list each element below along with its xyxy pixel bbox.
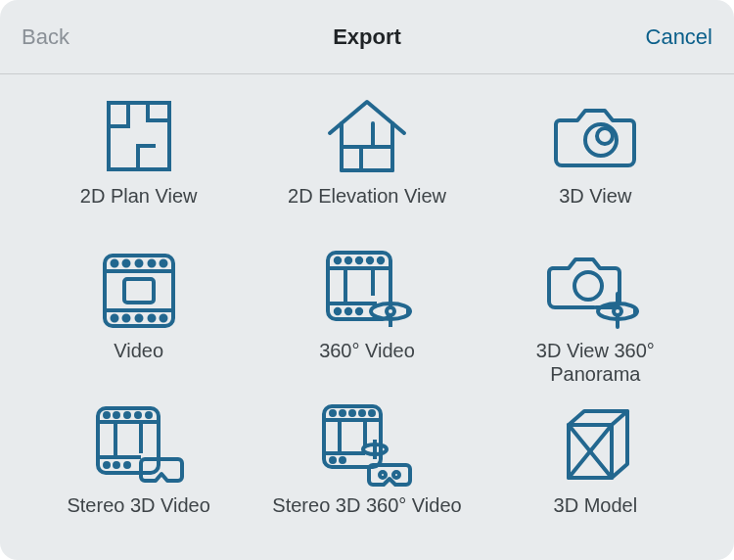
house-elevation-icon — [318, 92, 416, 180]
svg-point-37 — [336, 309, 340, 313]
svg-point-58 — [147, 413, 151, 417]
option-2d-elevation-view[interactable]: 2D Elevation View — [257, 86, 476, 239]
svg-line-81 — [612, 411, 627, 425]
svg-point-54 — [105, 413, 109, 417]
option-stereo-3d-360-video[interactable]: Stereo 3D 360° Video — [257, 396, 476, 548]
svg-point-71 — [370, 411, 374, 415]
cube-icon — [551, 401, 639, 490]
header: Back Export Cancel — [0, 0, 734, 74]
svg-point-50 — [614, 307, 621, 315]
option-label: 2D Elevation View — [288, 184, 446, 208]
option-3d-view-360-panorama[interactable]: 3D View 360° Panorama — [486, 241, 705, 394]
floorplan-icon — [95, 92, 183, 180]
svg-point-46 — [574, 272, 602, 300]
option-label: 2D Plan View — [80, 184, 198, 208]
option-label: 3D View 360° Panorama — [497, 339, 693, 386]
svg-point-70 — [360, 411, 364, 415]
film-360-icon — [318, 247, 416, 335]
option-3d-model[interactable]: 3D Model — [486, 396, 705, 548]
svg-rect-18 — [124, 279, 154, 303]
svg-point-57 — [136, 413, 140, 417]
film-stereo-360-icon — [316, 401, 418, 490]
svg-point-69 — [350, 411, 354, 415]
svg-point-26 — [136, 316, 141, 321]
option-label: Stereo 3D Video — [67, 493, 209, 517]
svg-point-35 — [368, 258, 372, 262]
svg-point-78 — [380, 472, 386, 478]
svg-point-59 — [105, 463, 109, 467]
option-label: Video — [114, 339, 163, 362]
svg-point-33 — [346, 258, 350, 262]
back-button: Back — [22, 24, 139, 50]
option-label: 3D View — [559, 184, 631, 208]
svg-point-79 — [393, 472, 399, 478]
export-options-grid: 2D Plan View 2D Elevation View — [0, 74, 734, 560]
svg-point-21 — [136, 261, 141, 266]
option-stereo-3d-video[interactable]: Stereo 3D Video — [29, 396, 248, 548]
svg-point-68 — [341, 411, 344, 415]
option-video[interactable]: Video — [29, 241, 248, 394]
svg-point-19 — [112, 261, 116, 266]
svg-point-67 — [331, 411, 335, 415]
svg-point-22 — [149, 261, 154, 266]
svg-point-24 — [112, 316, 116, 321]
svg-point-34 — [357, 258, 361, 262]
svg-point-23 — [161, 261, 165, 266]
page-title: Export — [139, 24, 595, 50]
film-stereo-icon — [90, 401, 188, 490]
option-label: Stereo 3D 360° Video — [272, 493, 461, 517]
svg-point-36 — [379, 258, 383, 262]
svg-point-73 — [341, 458, 344, 462]
svg-point-56 — [125, 413, 129, 417]
svg-point-45 — [387, 307, 394, 315]
option-3d-view[interactable]: 3D View — [486, 86, 705, 239]
option-360-video[interactable]: 360° Video — [257, 241, 476, 394]
svg-point-14 — [597, 128, 613, 144]
svg-point-38 — [346, 309, 350, 313]
camera-360-icon — [541, 247, 649, 335]
svg-point-20 — [123, 261, 128, 266]
option-2d-plan-view[interactable]: 2D Plan View — [29, 86, 248, 239]
cancel-button[interactable]: Cancel — [595, 24, 712, 50]
camera-icon — [546, 92, 644, 180]
svg-point-28 — [161, 316, 165, 321]
svg-point-39 — [357, 309, 361, 313]
option-label: 3D Model — [554, 493, 638, 517]
export-panel: Back Export Cancel 2D P — [0, 0, 734, 560]
svg-point-72 — [331, 458, 335, 462]
svg-point-61 — [125, 463, 129, 467]
svg-point-60 — [115, 463, 118, 467]
svg-point-32 — [336, 258, 340, 262]
svg-point-27 — [149, 316, 154, 321]
svg-point-25 — [123, 316, 128, 321]
svg-point-55 — [115, 413, 118, 417]
option-label: 360° Video — [319, 339, 415, 362]
film-icon — [95, 247, 183, 335]
